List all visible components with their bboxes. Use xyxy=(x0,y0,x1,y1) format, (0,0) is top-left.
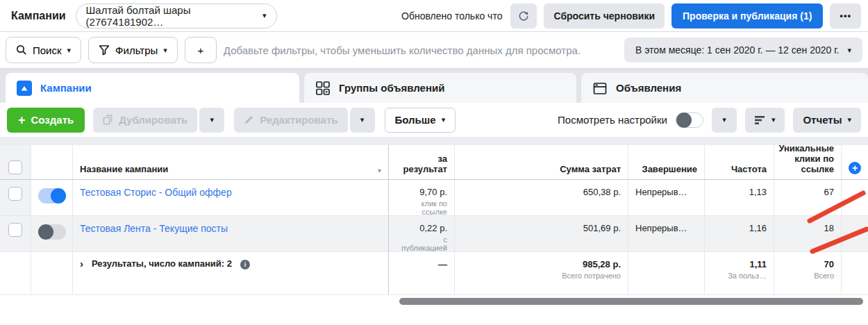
view-settings-menu-button[interactable]: ▾ xyxy=(712,108,737,133)
clicks-total-sub: Всего xyxy=(781,272,834,280)
tab-ad-sets[interactable]: Группы объявлений xyxy=(304,73,576,103)
search-button[interactable]: Поиск ▾ xyxy=(6,37,81,63)
tab-ads[interactable]: Объявления xyxy=(581,73,868,103)
more-actions-button[interactable]: Больше ▾ xyxy=(385,108,456,133)
campaign-name-header-label: Название кампании xyxy=(80,164,168,174)
view-settings-toggle[interactable] xyxy=(676,112,703,128)
campaign-toggle-on[interactable] xyxy=(38,188,66,203)
ends-cell: Непрерыв… xyxy=(628,216,705,251)
chevron-down-icon: ▾ xyxy=(847,47,851,54)
select-all-checkbox[interactable] xyxy=(8,160,22,174)
cost-per-result-cell: 0,22 р. с публикацией xyxy=(389,216,455,251)
campaign-folder-icon xyxy=(17,81,32,96)
search-icon xyxy=(16,44,27,56)
account-dropdown-value: Шалтай болтай шары (27674181902… xyxy=(86,4,262,28)
empty-cell xyxy=(842,216,868,251)
column-header-ends[interactable]: Завершение xyxy=(628,145,705,179)
row-checkbox[interactable] xyxy=(8,187,22,201)
info-icon[interactable]: i xyxy=(240,260,250,269)
duplicate-label: Дублировать xyxy=(119,114,187,126)
chevron-down-icon: ▾ xyxy=(442,116,446,124)
duplicate-button[interactable]: Дублировать xyxy=(93,108,197,133)
summary-frequency-cell: 1,11 За польз… xyxy=(705,252,774,294)
summary-empty-cell xyxy=(0,252,31,294)
chevron-down-icon: ▾ xyxy=(210,116,215,124)
unique-clicks-cell: 67 xyxy=(774,180,842,215)
chevron-right-icon[interactable]: › xyxy=(80,258,83,269)
unique-clicks-cell: 18 xyxy=(774,216,842,251)
cost-sub-label: с публикацией xyxy=(396,235,447,251)
create-label: Создать xyxy=(31,114,74,126)
column-header-frequency[interactable]: Частота xyxy=(705,145,774,179)
discard-drafts-button[interactable]: Сбросить черновики xyxy=(544,3,665,28)
top-bar: Кампании Шалтай болтай шары (27674181902… xyxy=(0,0,868,32)
tab-ads-label: Объявления xyxy=(616,82,681,94)
more-options-button[interactable]: ••• xyxy=(830,3,861,28)
create-button[interactable]: + Создать xyxy=(7,108,85,133)
add-column-cell: + xyxy=(842,145,868,179)
row-checkbox[interactable] xyxy=(8,223,22,237)
campaign-link[interactable]: Тестовая Лента - Текущие посты xyxy=(80,223,228,234)
campaign-status-cell xyxy=(31,180,73,215)
add-column-button[interactable]: + xyxy=(849,162,861,174)
review-publish-button[interactable]: Проверка и публикация (1) xyxy=(671,3,823,28)
column-header-campaign-name[interactable]: Название кампании ▾ xyxy=(73,145,389,179)
summary-label-cell: › Результаты, число кампаний: 2 i xyxy=(73,252,389,294)
summary-cost-cell: — xyxy=(389,252,455,294)
columns-button[interactable]: ▾ xyxy=(745,108,785,133)
cost-value: 9,70 р. xyxy=(396,187,447,197)
tab-campaigns[interactable]: Кампании xyxy=(6,73,299,103)
level-tabs: Кампании Группы объявлений Объявления xyxy=(0,69,868,103)
columns-icon xyxy=(755,115,766,125)
chevron-down-icon: ▾ xyxy=(262,12,267,19)
summary-spent-cell: 985,28 р. Всего потрачено xyxy=(455,252,628,294)
filter-funnel-icon xyxy=(99,44,110,56)
ends-cell: Непрерыв… xyxy=(628,180,705,215)
date-range-selector[interactable]: В этом месяце: 1 сен 2020 г. — 12 сен 20… xyxy=(624,38,862,62)
select-all-checkbox-cell xyxy=(0,145,31,179)
section-divider xyxy=(0,137,868,145)
campaign-link[interactable]: Тестовая Сторис - Общий оффер xyxy=(80,187,232,198)
toggle-knob xyxy=(676,112,692,128)
empty-cell xyxy=(842,252,868,294)
column-header-unique-clicks[interactable]: Уникальные клики по ссылке xyxy=(774,145,842,179)
horizontal-scrollbar-thumb[interactable] xyxy=(399,298,863,305)
add-filter-button[interactable]: + xyxy=(185,37,217,63)
chevron-down-icon: ▾ xyxy=(67,47,72,54)
ad-sets-grid-icon xyxy=(315,81,331,96)
row-checkbox-cell xyxy=(0,216,31,251)
tab-campaigns-label: Кампании xyxy=(40,82,92,94)
more-actions-label: Больше xyxy=(395,114,436,126)
summary-ends-cell xyxy=(628,252,705,294)
summary-empty-cell xyxy=(31,252,73,294)
filters-label: Фильтры xyxy=(115,44,158,56)
page-title: Кампании xyxy=(11,10,66,22)
duplicate-icon xyxy=(103,115,113,125)
edit-button[interactable]: Редактировать xyxy=(234,108,347,133)
frequency-total-value: 1,11 xyxy=(712,259,767,269)
filters-button[interactable]: Фильтры ▾ xyxy=(88,37,178,63)
duplicate-menu-button[interactable]: ▾ xyxy=(199,108,224,133)
reports-label: Отчеты xyxy=(803,114,842,126)
reports-button[interactable]: Отчеты ▾ xyxy=(793,108,861,133)
campaign-toggle-off[interactable] xyxy=(38,224,66,240)
chevron-down-icon: ▾ xyxy=(163,47,167,54)
table-summary-row: › Результаты, число кампаний: 2 i — 985,… xyxy=(0,252,868,295)
cost-value: 0,22 р. xyxy=(396,223,447,233)
chevron-down-icon: ▾ xyxy=(722,116,726,124)
account-dropdown[interactable]: Шалтай болтай шары (27674181902… ▾ xyxy=(76,3,277,28)
date-range-value: В этом месяце: 1 сен 2020 г. — 12 сен 20… xyxy=(635,44,839,56)
chevron-down-icon: ▾ xyxy=(847,116,851,124)
edit-menu-button[interactable]: ▾ xyxy=(350,108,375,133)
column-header-cost-per-result[interactable]: за результат xyxy=(389,145,455,179)
row-checkbox-cell xyxy=(0,180,31,215)
refresh-button[interactable] xyxy=(510,3,537,28)
frequency-cell: 1,16 xyxy=(705,216,774,251)
summary-clicks-cell: 70 Всего xyxy=(774,252,842,294)
amount-spent-cell: 650,38 р. xyxy=(455,180,628,215)
total-spent-value: 985,28 р. xyxy=(462,259,621,269)
action-toolbar: + Создать Дублировать ▾ Редактировать ▾ xyxy=(0,103,868,137)
filter-placeholder[interactable]: Добавьте фильтры, чтобы уменьшить количе… xyxy=(224,44,581,56)
column-header-amount-spent[interactable]: Сумма затрат xyxy=(455,145,628,179)
refresh-icon xyxy=(517,10,530,22)
